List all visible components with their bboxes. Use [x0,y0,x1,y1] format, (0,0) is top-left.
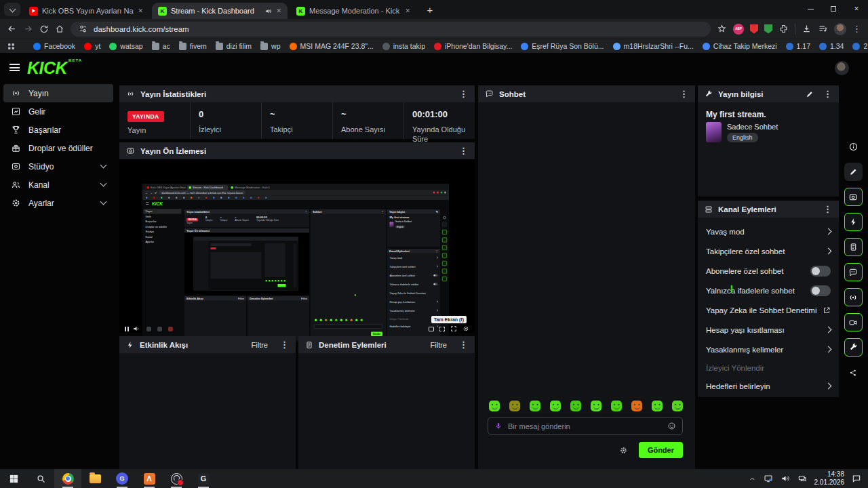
kebab-menu-icon[interactable]: ⋮ [679,89,688,98]
extensions-puzzle-icon[interactable] [778,24,789,34]
new-tab-button[interactable]: + [422,1,438,18]
action-ai-moderation[interactable]: Yapay Zeka ile Sohbet Denetimi [698,300,839,320]
bookmark-item[interactable]: 2.0 [852,42,868,50]
hamburger-menu-icon[interactable] [9,64,20,71]
bookmark-star-icon[interactable] [717,24,727,34]
chat-settings-gear-icon[interactable] [619,446,628,455]
volume-tray-icon[interactable] [781,474,790,483]
category-thumbnail[interactable] [706,122,722,142]
toggle-off[interactable] [810,285,831,296]
emote-icon[interactable] [611,401,622,411]
browser-menu-kebab-icon[interactable]: ⋮ [852,24,861,33]
emote-icon[interactable] [652,401,663,411]
tab-audio-icon[interactable] [264,7,272,15]
studio-rail-button[interactable] [844,188,863,206]
close-icon[interactable]: ✕ [138,7,143,14]
shield-extension-icon[interactable] [750,24,758,34]
action-subscribers-only[interactable]: Abonelere özel sohbet [698,261,839,281]
bookmark-item[interactable]: yt [84,42,100,50]
cast-icon[interactable] [439,327,445,331]
media-control-icon[interactable] [818,24,828,34]
bookmark-item[interactable]: Cihaz Takip Merkezi [703,42,777,50]
browser-tab-stream-dashboard[interactable]: K Stream - Kick Dashboard ✕ [152,3,288,19]
edit-pencil-icon[interactable] [806,90,814,98]
back-icon[interactable] [7,24,17,34]
moderation-rail-button[interactable] [844,238,863,256]
taskbar-lambda-app-icon[interactable]: Λ [136,469,163,488]
bookmark-item[interactable]: iPhone'dan Bilgisay... [434,42,512,50]
bookmark-item[interactable]: Eşref Rüya Son Bölü... [521,42,604,50]
bookmark-item[interactable]: watsap [109,42,142,50]
adblock-extension-icon[interactable]: ABP [733,24,744,35]
pause-icon[interactable] [125,327,126,331]
taskbar-search-button[interactable] [27,469,54,488]
kebab-menu-icon[interactable]: ⋮ [459,89,468,98]
kebab-menu-icon[interactable]: ⋮ [280,340,289,349]
bookmark-folder[interactable]: wp [260,42,280,50]
edit-layout-rail-button[interactable] [844,163,863,181]
taskbar-clock[interactable]: 14:382.01.2026 [814,470,845,487]
reload-icon[interactable] [39,24,49,34]
close-icon[interactable]: ✕ [405,7,410,14]
sidebar-item-droplar[interactable]: Droplar ve ödüller [0,139,117,157]
volume-icon[interactable] [132,325,140,333]
stats-rail-button[interactable] [844,288,863,306]
chat-rail-button[interactable] [844,263,863,281]
sidebar-item-kanal[interactable]: Kanal [0,176,117,194]
vpn-extension-icon[interactable] [764,24,772,34]
tray-expand-chevron[interactable] [749,475,756,483]
bookmark-item[interactable]: insta takip [382,42,425,50]
chat-input[interactable]: Bir mesaj gönderin [488,417,683,435]
sidebar-item-yayin[interactable]: Yayın [3,84,113,102]
maximize-button[interactable] [822,0,845,18]
kick-logo[interactable]: KICKBETA [27,58,82,78]
activity-rail-button[interactable] [844,213,863,231]
browser-profile-avatar[interactable] [834,23,846,35]
emote-icon[interactable] [570,401,581,411]
start-button[interactable] [0,469,27,488]
pip-icon[interactable] [429,327,434,331]
sidebar-item-gelir[interactable]: Gelir [0,102,117,121]
category-name[interactable]: Sadece Sohbet [727,123,778,131]
taskbar-file-explorer-icon[interactable] [81,469,108,488]
browser-tab-moderation[interactable]: K Message Moderation - Kick Da ✕ [290,3,416,19]
bookmark-item[interactable]: m18HrslzarShri --Fu... [613,42,694,50]
bookmark-folder[interactable]: fivem [179,42,207,50]
bookmark-folder[interactable]: dizi filim [216,42,252,50]
network-tray-icon[interactable] [797,474,807,483]
emote-icon[interactable] [530,401,540,411]
taskbar-obs-icon[interactable] [163,469,190,488]
close-window-button[interactable]: ✕ [845,0,868,18]
player-settings-gear-icon[interactable] [462,325,469,332]
emote-icon[interactable] [631,401,642,411]
emote-icon[interactable] [591,401,601,411]
downloads-icon[interactable] [802,24,812,34]
omnibox[interactable]: dashboard.kick.com/stream [71,22,711,37]
emote-icon[interactable] [489,401,500,411]
user-avatar[interactable] [835,61,849,75]
preview-rail-button[interactable] [844,313,863,331]
kebab-menu-icon[interactable]: ⋮ [459,146,468,155]
activity-filter-button[interactable]: Filtre [252,341,268,349]
taskbar-game-app-icon[interactable]: G [108,469,136,488]
action-center-icon[interactable] [852,474,861,483]
emote-icon[interactable] [509,401,520,411]
close-icon[interactable]: ✕ [276,7,281,14]
info-rail-button[interactable] [844,138,863,156]
share-rail-button[interactable] [844,363,863,382]
microphone-icon[interactable] [494,422,502,430]
bookmark-item[interactable]: 1.17 [786,42,810,50]
minimize-button[interactable] [799,0,822,18]
display-tray-icon[interactable] [764,474,773,483]
bookmark-item[interactable]: MSI MAG 244F 23.8"... [290,42,374,50]
fullscreen-icon[interactable] [450,325,457,332]
kebab-menu-icon[interactable]: ⋮ [823,205,832,214]
action-emotes-only[interactable]: Yalnızca ifadelerle sohbet [698,281,839,300]
kebab-menu-icon[interactable]: ⋮ [459,340,468,349]
stream-info-rail-button[interactable] [844,338,863,357]
bookmark-item[interactable]: Facebook [33,42,75,50]
emoji-picker-icon[interactable] [667,422,676,430]
emote-icon[interactable] [550,401,561,411]
kebab-menu-icon[interactable]: ⋮ [823,89,832,98]
home-icon[interactable] [55,24,64,34]
